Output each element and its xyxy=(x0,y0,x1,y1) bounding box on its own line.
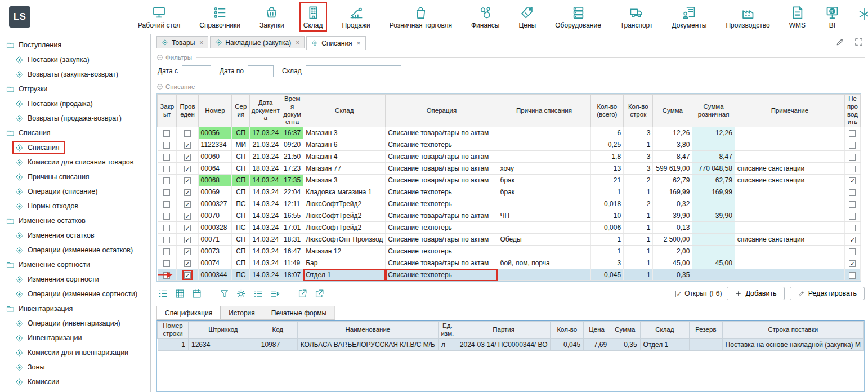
column-header-warehouse[interactable]: Склад xyxy=(303,95,386,127)
table-row[interactable]: ✓00064СП18.03.2417:23Магазин 77Списание … xyxy=(158,163,861,175)
sidebar-item[interactable]: Изменения остатков xyxy=(0,228,150,243)
sidebar-group-5[interactable]: Изменение сортности xyxy=(0,257,150,272)
sidebar-item[interactable]: Поставки (закупка) xyxy=(0,52,150,67)
filter-input-2[interactable] xyxy=(248,65,274,77)
no-post-checkbox[interactable] xyxy=(849,142,856,149)
table-row[interactable]: ✓0000344ПС14.03.2418:07Отдел 1Списание т… xyxy=(158,269,861,281)
posted-checkbox[interactable]: ✓ xyxy=(184,237,191,243)
collapse-icon[interactable] xyxy=(156,83,163,90)
sidebar-item[interactable]: Зоны xyxy=(0,360,150,375)
topbar-item-11[interactable]: Документы xyxy=(669,3,710,30)
table-row[interactable]: ✓00073СП14.03.2416:47Магазин 12Списание … xyxy=(158,246,861,257)
spec-column-header-12[interactable]: Строка поставки xyxy=(722,322,863,339)
fullscreen-icon[interactable] xyxy=(854,37,863,47)
closed-checkbox[interactable] xyxy=(163,237,170,243)
no-post-checkbox[interactable] xyxy=(849,213,856,220)
column-header-qty[interactable]: Кол-во (всего) xyxy=(590,95,624,127)
posted-checkbox[interactable]: ✓ xyxy=(184,225,191,231)
spec-column-header-3[interactable]: Код xyxy=(258,322,297,339)
closed-checkbox[interactable] xyxy=(163,248,170,255)
edit-form-icon[interactable] xyxy=(835,37,845,47)
posted-checkbox[interactable]: ✓ xyxy=(184,166,191,172)
posted-checkbox[interactable]: ✓ xyxy=(184,189,191,196)
spec-column-header-1[interactable]: Номер строки xyxy=(158,322,189,339)
closed-checkbox[interactable] xyxy=(163,166,170,172)
sidebar-item[interactable]: Списания xyxy=(0,140,150,155)
row-move-button[interactable] xyxy=(270,288,280,299)
topbar-item-7[interactable]: Финансы xyxy=(468,3,502,30)
toolbar-overflow-icon[interactable] xyxy=(857,7,868,21)
tab-close-icon[interactable]: × xyxy=(199,39,203,47)
closed-checkbox[interactable] xyxy=(163,142,170,149)
posted-checkbox[interactable]: ✓ xyxy=(184,154,191,161)
column-header-series[interactable]: Серия xyxy=(232,95,250,127)
column-header-posted[interactable]: Проведен xyxy=(177,95,198,127)
topbar-item-8[interactable]: Цены xyxy=(516,3,539,30)
posted-checkbox[interactable]: ✓ xyxy=(184,248,191,255)
posted-checkbox[interactable]: ✓ xyxy=(184,213,191,220)
topbar-item-13[interactable]: WMS xyxy=(786,3,808,30)
no-post-checkbox[interactable] xyxy=(849,225,856,231)
spec-column-header-6[interactable]: Партия xyxy=(457,322,551,339)
open-external-button[interactable] xyxy=(314,288,325,299)
column-header-time[interactable]: Время документа xyxy=(281,95,303,127)
spec-column-header-4[interactable]: Наименование xyxy=(297,322,438,339)
closed-checkbox[interactable] xyxy=(163,225,170,231)
table-row[interactable]: 11263410987КОЛБАСА ВАР.БЕЛОРУССКАЯ КЛ.В/… xyxy=(158,338,864,350)
topbar-item-2[interactable]: Справочники xyxy=(196,3,243,30)
sidebar-item[interactable]: Причины списания xyxy=(0,170,150,184)
column-header-reason[interactable]: Причина списания xyxy=(498,95,590,127)
spec-column-header-10[interactable]: Склад xyxy=(640,322,690,339)
closed-checkbox[interactable] xyxy=(163,213,170,220)
sidebar-item[interactable]: Комиссии для списания товаров xyxy=(0,155,150,170)
closed-checkbox[interactable] xyxy=(163,154,170,161)
spec-column-header-5[interactable]: Ед. изм. xyxy=(438,322,457,339)
grid-button[interactable] xyxy=(175,288,185,299)
closed-checkbox[interactable] xyxy=(163,130,170,137)
sidebar-group-4[interactable]: Изменение остатков xyxy=(0,213,150,228)
spec-column-header-2[interactable]: Штрихкод xyxy=(189,322,258,339)
numbered-list-button[interactable] xyxy=(158,288,168,299)
column-header-no_post[interactable]: Не проводить xyxy=(844,95,860,127)
sidebar-item[interactable]: Операции (изменение остатков) xyxy=(0,243,150,257)
spec-column-header-8[interactable]: Цена xyxy=(584,322,610,339)
filter-input-3[interactable] xyxy=(306,65,401,77)
detail-tab-1[interactable]: Спецификация xyxy=(157,306,221,319)
sidebar-item[interactable]: Операции (инвентаризация) xyxy=(0,316,150,331)
table-row[interactable]: ✓00069СП14.03.2422:04Кладовка магазина 1… xyxy=(158,186,861,198)
table-row[interactable]: 00056СП17.03.2416:37Магазин 3Списание то… xyxy=(158,127,861,139)
sidebar-group-2[interactable]: Отгрузки xyxy=(0,82,150,96)
tab-close-icon[interactable]: × xyxy=(296,39,299,47)
column-header-number[interactable]: Номер xyxy=(198,95,232,127)
no-post-checkbox[interactable] xyxy=(849,154,856,161)
settings-button[interactable] xyxy=(236,288,247,299)
filter-input-1[interactable] xyxy=(182,65,211,77)
closed-checkbox[interactable] xyxy=(163,177,170,184)
column-header-closed[interactable]: Закрыт xyxy=(158,95,177,127)
sidebar-item[interactable]: Нормы отходов xyxy=(0,199,150,213)
filter-button[interactable] xyxy=(219,288,230,299)
collapse-icon[interactable] xyxy=(156,54,163,61)
column-header-lines[interactable]: Кол-во строк xyxy=(624,95,653,127)
spec-column-header-7[interactable]: Кол-во xyxy=(551,322,584,339)
app-logo[interactable]: LS xyxy=(9,6,30,28)
topbar-item-10[interactable]: Транспорт xyxy=(618,3,656,30)
sidebar-item[interactable]: Возвраты (продажа-возврат) xyxy=(0,111,150,126)
column-header-operation[interactable]: Операция xyxy=(386,95,498,127)
topbar-item-6[interactable]: Розничная торговля xyxy=(387,3,455,30)
no-post-checkbox[interactable] xyxy=(849,272,856,279)
sidebar-item[interactable]: Поставки (продажа) xyxy=(0,96,150,111)
detail-tab-3[interactable]: Печатные формы xyxy=(263,306,335,319)
no-post-checkbox[interactable]: ✓ xyxy=(849,260,856,267)
tab-close-icon[interactable]: × xyxy=(357,39,361,47)
sidebar-item[interactable]: Комиссии xyxy=(0,375,150,389)
sidebar-item[interactable]: Инвентаризации xyxy=(0,331,150,345)
topbar-item-9[interactable]: Оборудование xyxy=(552,3,604,30)
posted-checkbox[interactable] xyxy=(184,130,191,137)
topbar-item-3[interactable]: Закупки xyxy=(257,3,287,30)
column-header-date[interactable]: Дата документа xyxy=(250,95,281,127)
no-post-checkbox[interactable] xyxy=(849,130,856,137)
sidebar-item[interactable]: Изменения сортности xyxy=(0,272,150,287)
detail-tab-2[interactable]: История xyxy=(221,306,263,319)
topbar-item-1[interactable]: Рабочий стол xyxy=(135,3,183,30)
